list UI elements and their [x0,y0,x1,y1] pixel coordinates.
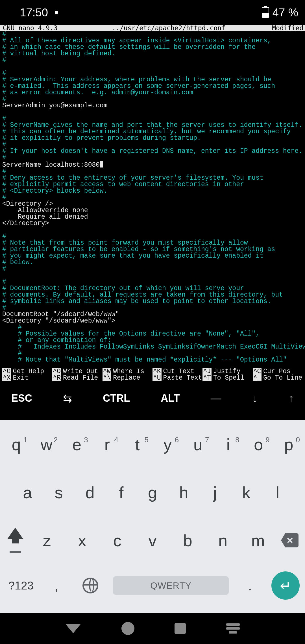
key-hint: 8 [235,436,239,444]
editor-line: # e-mailed. This address appears on some… [2,83,303,90]
shortcut-key: ^O [52,368,61,375]
editor-line: <Directory "/sdcard/web/www"> [2,318,303,324]
nano-shortcut: ^KCut Text [152,368,202,375]
comma-key[interactable]: , [45,578,67,593]
extra-keys-row: ESC⇆CTRLALT―↓↑ [0,384,305,412]
nano-footer: ^GGet Help^OWrite Out^WWhere Is^KCut Tex… [0,368,305,381]
shortcut-label: Cur Pos [263,368,291,375]
editor-line: # [2,233,303,240]
period-key[interactable]: . [237,578,263,593]
editor-line: DocumentRoot "/sdcard/web/www" [2,311,303,318]
editor-line: # [2,31,303,38]
key-s[interactable]: s [43,483,75,502]
key-h[interactable]: h [168,483,199,502]
editor-line: # [2,155,303,161]
shortcut-key: ^\ [103,375,112,381]
key-y[interactable]: 6y [152,435,183,454]
extra-key[interactable]: ↓ [252,392,258,404]
key-g[interactable]: g [137,483,168,502]
key-x[interactable]: x [65,531,100,550]
key-k[interactable]: k [231,483,262,502]
shortcut-key: ^_ [253,375,262,381]
key-j[interactable]: j [199,483,231,502]
editor-body[interactable]: ## All of these directives may appear in… [0,31,305,363]
shortcut-key: ^K [152,368,162,375]
shortcut-label: Read File [63,375,98,381]
nav-recent-icon[interactable] [175,623,186,634]
battery-icon [262,7,269,18]
editor-line: Require all denied [2,214,303,220]
space-key[interactable]: QWERTY [113,576,229,595]
key-r[interactable]: 4r [92,435,122,454]
key-hint: 6 [175,436,179,444]
editor-line [2,109,303,116]
shortcut-key: ^R [52,375,61,381]
key-u[interactable]: 7u [183,435,213,454]
symbols-key[interactable]: ?123 [5,579,36,592]
editor-line: <Directory /> [2,201,303,207]
extra-key[interactable]: ALT [161,392,180,404]
nav-keyboard-icon[interactable] [226,623,240,634]
editor-line: # [2,350,303,357]
editor-line: # [2,142,303,148]
nano-modified-flag: Modified [269,25,305,31]
key-o[interactable]: 9o [243,435,274,454]
key-d[interactable]: d [74,483,106,502]
key-p[interactable]: 0p [274,435,304,454]
key-m[interactable]: m [240,531,276,550]
nano-shortcut: ^RRead File [52,375,102,381]
shortcut-key: ^T [202,375,212,381]
extra-key[interactable]: ESC [11,392,32,404]
nano-shortcut: ^OWrite Out [52,368,102,375]
editor-line: # Possible values for the Options direct… [2,331,303,337]
enter-key[interactable]: ↵ [271,571,300,600]
key-l[interactable]: l [262,483,293,502]
shortcut-key: ^J [202,368,212,375]
nano-shortcut: ^WWhere Is [103,368,152,375]
shortcut-key: ^C [253,368,262,375]
editor-line: # Deny access to the entirety of your se… [2,175,303,181]
editor-line: # DocumentRoot: The directory out of whi… [2,285,303,292]
key-b[interactable]: b [170,531,205,550]
extra-key[interactable]: ― [211,392,221,404]
key-i[interactable]: 8i [213,435,243,454]
key-v[interactable]: v [135,531,170,550]
shortcut-label: Exit [13,375,29,381]
key-z[interactable]: z [29,531,65,550]
editor-line: # in which case these default settings w… [2,44,303,51]
key-t[interactable]: 5t [122,435,152,454]
extra-key[interactable]: ⇆ [63,392,72,404]
nano-shortcut: ^UPaste Text [152,375,202,381]
key-a[interactable]: a [12,483,43,502]
backspace-key[interactable]: ✕ [276,518,304,563]
key-n[interactable]: n [205,531,241,550]
nav-home-icon[interactable] [121,622,134,635]
editor-line: # symbolic links and aliases may be used… [2,298,303,305]
shortcut-label: To Spell [213,375,244,381]
editor-line: # explicitly permit access to web conten… [2,181,303,188]
notification-dot-icon [55,11,58,14]
extra-key[interactable]: CTRL [103,392,130,404]
key-c[interactable]: c [100,531,135,550]
nano-titlebar: GNU nano 4.9.3 ../usr/etc/apache2/httpd.… [0,25,305,31]
editor-line: # Indexes Includes FollowSymLinks SymLin… [2,344,303,350]
key-f[interactable]: f [106,483,137,502]
nano-shortcut: ^GGet Help [2,368,52,375]
editor-line: # Note that from this point forward you … [2,240,303,246]
language-key[interactable] [76,578,104,593]
key-e[interactable]: 3e [62,435,92,454]
shift-key[interactable] [1,518,29,563]
shortcut-label: Go To Line [263,375,302,381]
editor-line [2,64,303,70]
shortcut-key: ^X [2,375,11,381]
editor-line: # documents. By default, all requests ar… [2,292,303,298]
key-q[interactable]: 1q [1,435,31,454]
nano-shortcut: ^_Go To Line [253,375,303,381]
nav-back-icon[interactable] [65,624,81,633]
enter-icon: ↵ [280,578,291,593]
key-w[interactable]: 2w [31,435,62,454]
editor-line: # [2,168,303,175]
globe-icon [82,578,98,593]
editor-line: # ServerName gives the name and port tha… [2,122,303,129]
extra-key[interactable]: ↑ [288,392,294,404]
